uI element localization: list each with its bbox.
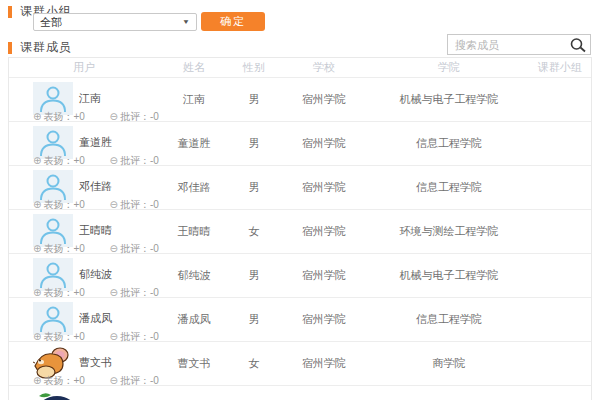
- criticism-minus-icon: ⊖: [110, 155, 118, 166]
- praise-plus-icon: ⊕: [33, 287, 41, 298]
- college-cell: 商学院: [369, 356, 529, 371]
- criticism-minus-icon: ⊖: [110, 243, 118, 254]
- criticism-minus-icon: ⊖: [110, 287, 118, 298]
- praise-value: +0: [73, 243, 84, 254]
- praise-label: 表扬：: [43, 375, 73, 386]
- user-cell: 江南 ⊕表扬：+0 ⊖批评：-0: [9, 78, 159, 121]
- criticism-label: 批评：: [120, 331, 150, 342]
- criticism-minus-icon: ⊖: [110, 199, 118, 210]
- college-cell: 信息工程学院: [369, 312, 529, 327]
- school-cell: 宿州学院: [279, 92, 369, 107]
- name-cell: 曹文书: [159, 356, 229, 371]
- criticism-minus-icon: ⊖: [110, 331, 118, 342]
- praise-plus-icon: ⊕: [33, 111, 41, 122]
- column-header-user: 用户: [9, 60, 159, 75]
- row-stats: ⊕表扬：+0 ⊖批评：-0: [33, 154, 253, 168]
- school-cell: 宿州学院: [279, 312, 369, 327]
- members-section-title: 课群成员: [20, 39, 72, 56]
- user-cell: 王晴晴 ⊕表扬：+0 ⊖批评：-0: [9, 210, 159, 253]
- row-stats: ⊕表扬：+0 ⊖批评：-0: [33, 374, 253, 388]
- table-row[interactable]: 王晴晴 ⊕表扬：+0 ⊖批评：-0 王晴晴 女 宿州学院 环境与测绘工程学院: [9, 209, 591, 253]
- table-row[interactable]: 童道胜 ⊕表扬：+0 ⊖批评：-0 童道胜 男 宿州学院 信息工程学院: [9, 121, 591, 165]
- criticism-label: 批评：: [120, 199, 150, 210]
- table-row[interactable]: 郁纯波 ⊕表扬：+0 ⊖批评：-0 郁纯波 男 宿州学院 机械与电子工程学院: [9, 253, 591, 297]
- gender-cell: 男: [229, 268, 279, 283]
- chevron-down-icon: ▼: [182, 18, 190, 25]
- praise-label: 表扬：: [43, 287, 73, 298]
- user-cell: 童道胜 ⊕表扬：+0 ⊖批评：-0: [9, 122, 159, 165]
- criticism-value: -0: [150, 155, 159, 166]
- custom-avatar: [33, 390, 77, 400]
- school-cell: 宿州学院: [279, 356, 369, 371]
- criticism-value: -0: [150, 111, 159, 122]
- table-row[interactable]: 潘成凤 ⊕表扬：+0 ⊖批评：-0 潘成凤 男 宿州学院 信息工程学院: [9, 297, 591, 341]
- group-filter-select[interactable]: 全部 ▼: [33, 13, 197, 31]
- praise-plus-icon: ⊕: [33, 375, 41, 386]
- criticism-label: 批评：: [120, 243, 150, 254]
- criticism-label: 批评：: [120, 287, 150, 298]
- user-cell: 郁纯波 ⊕表扬：+0 ⊖批评：-0: [9, 254, 159, 297]
- criticism-label: 批评：: [120, 375, 150, 386]
- table-header-row: 用户 姓名 性别 学校 学院 课群小组: [9, 58, 591, 77]
- table-row[interactable]: 江南 ⊕表扬：+0 ⊖批评：-0 江南 男 宿州学院 机械与电子工程学院: [9, 77, 591, 121]
- criticism-value: -0: [150, 243, 159, 254]
- column-header-group: 课群小组: [529, 60, 591, 75]
- column-header-school: 学校: [279, 60, 369, 75]
- accent-bar: [8, 42, 12, 54]
- college-cell: 信息工程学院: [369, 180, 529, 195]
- praise-plus-icon: ⊕: [33, 199, 41, 210]
- column-header-name: 姓名: [159, 60, 229, 75]
- criticism-value: -0: [150, 287, 159, 298]
- user-cell: 潘成凤 ⊕表扬：+0 ⊖批评：-0: [9, 298, 159, 341]
- gender-cell: 男: [229, 92, 279, 107]
- gender-cell: 女: [229, 224, 279, 239]
- group-filter-value: 全部: [40, 15, 62, 30]
- row-stats: ⊕表扬：+0 ⊖批评：-0: [33, 110, 253, 124]
- table-row[interactable]: 邓佳路 ⊕表扬：+0 ⊖批评：-0 邓佳路 男 宿州学院 信息工程学院: [9, 165, 591, 209]
- search-icon[interactable]: [569, 37, 587, 53]
- praise-value: +0: [73, 331, 84, 342]
- criticism-value: -0: [150, 375, 159, 386]
- praise-label: 表扬：: [43, 243, 73, 254]
- college-cell: 环境与测绘工程学院: [369, 224, 529, 239]
- praise-value: +0: [73, 111, 84, 122]
- praise-plus-icon: ⊕: [33, 243, 41, 254]
- school-cell: 宿州学院: [279, 136, 369, 151]
- praise-plus-icon: ⊕: [33, 155, 41, 166]
- praise-value: +0: [73, 155, 84, 166]
- college-cell: 机械与电子工程学院: [369, 92, 529, 107]
- praise-value: +0: [73, 375, 84, 386]
- gender-cell: 男: [229, 180, 279, 195]
- school-cell: 宿州学院: [279, 268, 369, 283]
- college-cell: 信息工程学院: [369, 136, 529, 151]
- praise-value: +0: [73, 287, 84, 298]
- criticism-minus-icon: ⊖: [110, 375, 118, 386]
- gender-cell: 女: [229, 356, 279, 371]
- row-stats: ⊕表扬：+0 ⊖批评：-0: [33, 286, 253, 300]
- criticism-value: -0: [150, 199, 159, 210]
- user-cell: 曹文书 ⊕表扬：+0 ⊖批评：-0: [9, 342, 159, 385]
- user-cell: 邓佳路 ⊕表扬：+0 ⊖批评：-0: [9, 166, 159, 209]
- search-input[interactable]: [448, 39, 569, 51]
- accent-bar: [8, 6, 12, 18]
- page: 课群小组 全部 ▼ 确定 课群成员 用户 姓名 性别 学校 学院 课群小组: [0, 0, 600, 400]
- praise-plus-icon: ⊕: [33, 331, 41, 342]
- criticism-label: 批评：: [120, 111, 150, 122]
- criticism-label: 批评：: [120, 155, 150, 166]
- praise-label: 表扬：: [43, 199, 73, 210]
- praise-label: 表扬：: [43, 155, 73, 166]
- confirm-button[interactable]: 确定: [201, 12, 265, 31]
- criticism-minus-icon: ⊖: [110, 111, 118, 122]
- search-box: [447, 34, 591, 55]
- criticism-value: -0: [150, 331, 159, 342]
- table-row[interactable]: 曹文书 ⊕表扬：+0 ⊖批评：-0 曹文书 女 宿州学院 商学院: [9, 341, 591, 385]
- praise-label: 表扬：: [43, 111, 73, 122]
- praise-value: +0: [73, 199, 84, 210]
- school-cell: 宿州学院: [279, 180, 369, 195]
- row-stats: ⊕表扬：+0 ⊖批评：-0: [33, 198, 253, 212]
- row-stats: ⊕表扬：+0 ⊖批评：-0: [33, 242, 253, 256]
- members-section-header: 课群成员: [8, 39, 72, 56]
- members-table: 用户 姓名 性别 学校 学院 课群小组: [8, 57, 592, 400]
- name-cell: 邓佳路: [159, 180, 229, 195]
- name-cell: 王晴晴: [159, 224, 229, 239]
